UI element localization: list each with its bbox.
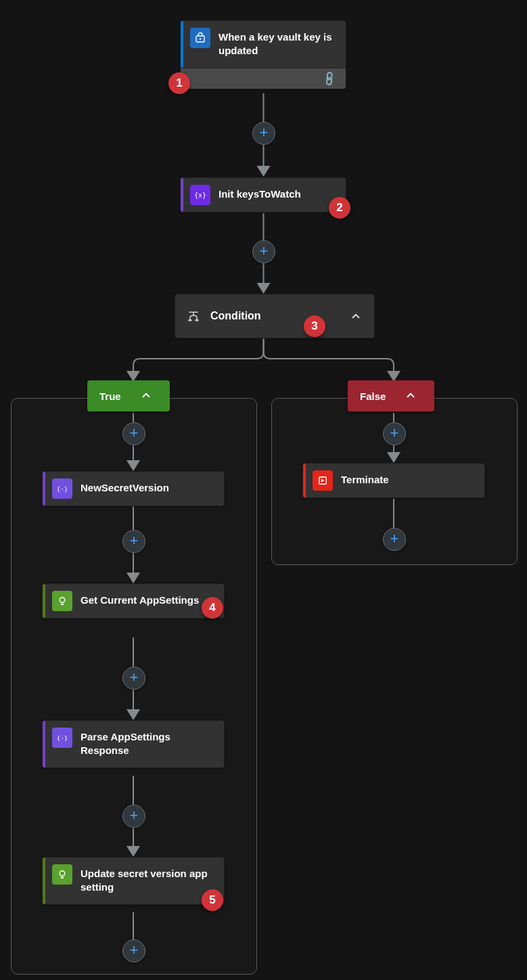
update-secret-version-node[interactable]: Update secret version app setting [42,857,225,905]
svg-rect-19 [189,319,192,321]
chevron-up-icon [348,309,363,324]
add-step-true-2[interactable]: + [122,667,145,690]
arm-icon [52,864,72,885]
annotation-marker-3: 3 [304,315,325,337]
chevron-up-icon [140,389,152,403]
newsecretversion-label: NewSecretVersion [72,472,224,506]
key-vault-icon [190,28,210,48]
terminate-label: Terminate [333,464,484,497]
true-label: True [99,391,121,402]
trigger-node[interactable]: When a key vault key is updated 🔗 [180,20,346,89]
add-step-true-end[interactable]: + [122,939,145,962]
terminate-node[interactable]: Terminate [302,463,485,498]
false-label: False [360,391,386,402]
add-step-true-3[interactable]: + [122,805,145,828]
svg-text:{x}: {x} [194,192,206,199]
parse-appsettings-label: Parse AppSettings Response [72,721,224,767]
trigger-footer: 🔗 [181,68,346,89]
link-icon: 🔗 [321,69,338,87]
svg-point-17 [200,38,201,39]
svg-point-24 [60,871,65,876]
trigger-accent [181,21,183,68]
annotation-marker-2: 2 [329,197,350,219]
variable-icon: {x} [190,185,210,205]
parse-appsettings-node[interactable]: {·} Parse AppSettings Response [42,720,225,768]
svg-rect-20 [196,319,199,321]
svg-text:{·}: {·} [57,735,68,742]
init-variable-node[interactable]: {x} Init keysToWatch [180,177,346,213]
terminate-icon [313,470,333,491]
annotation-marker-1: 1 [168,72,190,94]
condition-label: Condition [210,310,348,322]
condition-node[interactable]: Condition [175,294,375,338]
chevron-up-icon [405,389,417,403]
add-step-button-2[interactable]: + [252,240,275,263]
add-step-true-top[interactable]: + [122,422,145,445]
data-operation-icon: {·} [52,728,72,748]
trigger-label: When a key vault key is updated [210,21,346,68]
init-label: Init keysToWatch [210,178,346,212]
get-current-appsettings-node[interactable]: Get Current AppSettings [42,583,225,619]
data-operation-icon: {·} [52,478,72,499]
false-badge[interactable]: False [348,380,434,411]
add-step-true-1[interactable]: + [122,530,145,553]
condition-branch-icon [186,309,201,324]
annotation-marker-4: 4 [202,597,223,619]
update-secret-version-label: Update secret version app setting [72,858,224,904]
svg-point-22 [60,598,65,603]
add-step-button-1[interactable]: + [252,122,275,145]
init-accent [181,178,183,212]
newsecretversion-node[interactable]: {·} NewSecretVersion [42,471,225,506]
get-current-appsettings-label: Get Current AppSettings [72,584,224,618]
true-badge[interactable]: True [87,380,170,411]
add-step-false-top[interactable]: + [383,422,406,445]
annotation-marker-5: 5 [202,889,223,911]
arm-icon [52,591,72,611]
svg-text:{·}: {·} [57,486,68,493]
add-step-false-end[interactable]: + [383,528,406,551]
